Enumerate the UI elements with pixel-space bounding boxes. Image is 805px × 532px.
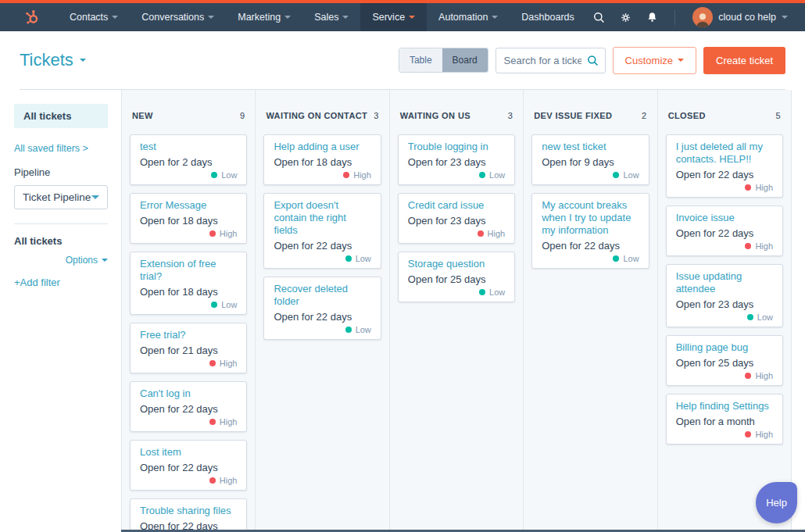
ticket-open-duration: Open for 22 days: [676, 227, 773, 239]
ticket-card[interactable]: Export doesn't contain the right fieldsO…: [263, 193, 381, 269]
ticket-card[interactable]: Extension of free trial?Open for 18 days…: [130, 252, 247, 315]
filter-section-title: All tickets: [14, 235, 108, 247]
nav-item-sales[interactable]: Sales: [302, 3, 360, 31]
ticket-card[interactable]: Trouble logging inOpen for 23 daysLow: [398, 134, 515, 185]
priority-label: Low: [489, 170, 505, 180]
ticket-card[interactable]: Free trial?Open for 21 daysHigh: [130, 323, 247, 373]
ticket-title[interactable]: Credit card issue: [408, 199, 505, 212]
all-saved-filters-link[interactable]: All saved filters >: [14, 143, 88, 154]
ticket-priority: High: [140, 228, 237, 239]
chevron-down-icon: [102, 259, 108, 262]
main-content: All tickets All saved filters > Pipeline…: [0, 90, 805, 532]
ticket-open-duration: Open for 22 days: [542, 240, 639, 252]
ticket-title[interactable]: Free trial?: [140, 329, 237, 341]
ticket-title[interactable]: I just deleted all my contacts. HELP!!: [676, 141, 773, 166]
gear-icon[interactable]: [614, 5, 637, 29]
add-filter-button[interactable]: +Add filter: [14, 277, 108, 288]
priority-label: Low: [356, 325, 371, 334]
bell-icon[interactable]: [640, 5, 664, 29]
ticket-title[interactable]: Storage question: [408, 258, 505, 270]
ticket-card[interactable]: Help finding SettingsOpen for a monthHig…: [666, 394, 783, 445]
column-count: 3: [508, 111, 513, 134]
ticket-title[interactable]: Help finding Settings: [676, 400, 773, 412]
ticket-open-duration: Open for 18 days: [140, 215, 237, 227]
ticket-card[interactable]: Error MessageOpen for 18 daysHigh: [130, 193, 247, 244]
ticket-title[interactable]: test: [140, 141, 237, 153]
nav-right-cluster: cloud co help: [587, 5, 794, 29]
ticket-card[interactable]: Help adding a userOpen for 18 daysHigh: [263, 134, 381, 185]
ticket-title[interactable]: Lost item: [140, 446, 237, 459]
ticket-priority: High: [676, 182, 773, 193]
customize-button[interactable]: Customize: [613, 47, 696, 74]
ticket-card[interactable]: Can't log inOpen for 22 daysHigh: [130, 381, 247, 432]
ticket-card[interactable]: Trouble sharing filesOpen for 22 daysHig…: [130, 498, 247, 532]
ticket-card[interactable]: Credit card issueOpen for 23 daysHigh: [398, 193, 515, 244]
kanban-board: NEW9testOpen for 2 daysLowError MessageO…: [121, 90, 792, 532]
column-cards: I just deleted all my contacts. HELP!!Op…: [658, 134, 791, 445]
ticket-title[interactable]: Trouble logging in: [408, 141, 505, 153]
ticket-card[interactable]: Billing page bugOpen for 25 daysHigh: [666, 335, 783, 386]
priority-label: Low: [623, 170, 639, 180]
ticket-priority: High: [274, 170, 370, 180]
ticket-priority: Low: [542, 170, 639, 180]
board-column-new: NEW9testOpen for 2 daysLowError MessageO…: [122, 90, 256, 532]
nav-divider: [674, 9, 675, 25]
ticket-title[interactable]: Error Message: [140, 199, 237, 212]
ticket-card[interactable]: Storage questionOpen for 25 daysLow: [398, 252, 515, 302]
ticket-open-duration: Open for 22 days: [274, 240, 370, 252]
ticket-title[interactable]: Extension of free trial?: [140, 258, 237, 283]
ticket-title[interactable]: Recover deleted folder: [274, 283, 370, 308]
ticket-title[interactable]: Can't log in: [140, 387, 237, 400]
ticket-title[interactable]: Trouble sharing files: [140, 505, 237, 517]
ticket-card[interactable]: Lost itemOpen for 22 daysHigh: [130, 440, 247, 491]
account-menu[interactable]: cloud co help: [686, 7, 794, 27]
view-toggle-table[interactable]: Table: [399, 48, 442, 72]
sidebar-item-all-tickets[interactable]: All tickets: [14, 104, 108, 128]
hubspot-logo-icon[interactable]: [23, 9, 41, 26]
ticket-card[interactable]: My account breaks when I try to update m…: [531, 193, 649, 269]
ticket-title[interactable]: Help adding a user: [274, 141, 370, 153]
priority-label: Low: [489, 287, 505, 297]
options-label: Options: [66, 255, 98, 266]
page-title[interactable]: Tickets: [20, 50, 86, 70]
priority-dot-icon: [345, 255, 352, 262]
ticket-card[interactable]: testOpen for 2 daysLow: [130, 134, 247, 185]
ticket-priority: High: [140, 416, 237, 427]
ticket-title[interactable]: Billing page bug: [676, 341, 773, 354]
priority-dot-icon: [209, 230, 216, 237]
chevron-down-icon: [80, 59, 86, 62]
search-icon[interactable]: [586, 54, 599, 70]
nav-item-service[interactable]: Service: [360, 3, 427, 31]
nav-item-label: Automation: [438, 12, 488, 23]
view-toggle-board[interactable]: Board: [442, 48, 488, 72]
nav-item-label: Sales: [314, 12, 338, 23]
nav-item-contacts[interactable]: Contacts: [58, 3, 130, 31]
ticket-title[interactable]: new test ticket: [542, 141, 639, 153]
pipeline-select[interactable]: Ticket Pipeline: [14, 185, 108, 209]
nav-item-automation[interactable]: Automation: [427, 3, 510, 31]
ticket-priority: High: [676, 370, 773, 381]
column-header: CLOSED5: [658, 90, 791, 134]
help-button[interactable]: Help: [756, 482, 797, 523]
ticket-card[interactable]: Recover deleted folderOpen for 22 daysLo…: [263, 277, 381, 340]
nav-item-conversations[interactable]: Conversations: [130, 3, 226, 31]
column-header: DEV ISSUE FIXED2: [524, 90, 657, 134]
ticket-card[interactable]: I just deleted all my contacts. HELP!!Op…: [666, 134, 783, 198]
priority-dot-icon: [343, 172, 349, 178]
ticket-card[interactable]: new test ticketOpen for 9 daysLow: [531, 134, 649, 185]
nav-item-dashboards[interactable]: Dashboards: [510, 3, 585, 31]
ticket-title[interactable]: Issue updating attendee: [676, 270, 773, 295]
ticket-search: [496, 48, 606, 73]
ticket-title[interactable]: Export doesn't contain the right fields: [274, 199, 370, 237]
nav-item-marketing[interactable]: Marketing: [226, 3, 302, 31]
ticket-title[interactable]: My account breaks when I try to update m…: [542, 199, 639, 237]
ticket-card[interactable]: Invoice issueOpen for 22 daysHigh: [666, 205, 783, 256]
sidebar: All tickets All saved filters > Pipeline…: [0, 90, 121, 532]
nav-item-label: Contacts: [70, 12, 108, 23]
options-menu[interactable]: Options: [14, 255, 108, 266]
create-ticket-button[interactable]: Create ticket: [703, 47, 785, 74]
board-column-waiting-on-contact: WAITING ON CONTACT3Help adding a userOpe…: [256, 90, 389, 532]
ticket-card[interactable]: Issue updating attendeeOpen for 23 daysL…: [666, 264, 783, 327]
ticket-title[interactable]: Invoice issue: [676, 212, 773, 224]
search-icon[interactable]: [587, 5, 610, 29]
